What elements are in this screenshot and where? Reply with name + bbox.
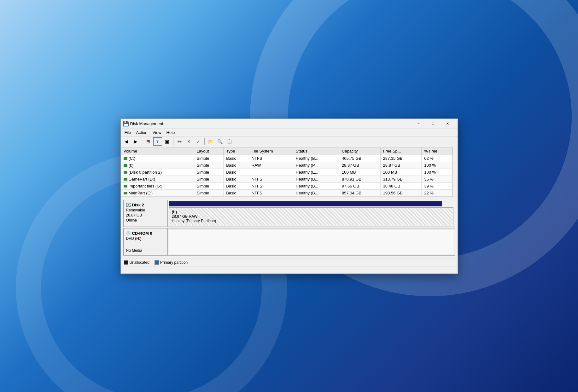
menu-file[interactable]: File xyxy=(122,130,134,135)
table-cell-4: Healthy (B... xyxy=(293,155,339,162)
table-scrollbar[interactable] xyxy=(452,147,458,197)
disk2-partition-name: (I:) xyxy=(172,210,451,214)
menu-view[interactable]: View xyxy=(150,130,164,135)
table-cell-0: Important files (G:) xyxy=(121,182,194,189)
disk2-partition-size: 28.87 GB RAW xyxy=(172,214,451,219)
title-bar: 💾 Disk Management − □ ✕ xyxy=(121,119,458,129)
disk2-size: 28.87 GB xyxy=(126,213,165,217)
disk2-partition-main[interactable]: (I:) 28.87 GB RAW Healthy (Primary Parti… xyxy=(169,207,453,225)
table-cell-5: 28.87 GB xyxy=(339,162,380,169)
window-title: Disk Management xyxy=(130,121,412,126)
volume-table-section: Volume Layout Type File System Status Ca… xyxy=(121,147,458,197)
table-cell-7: 100 % xyxy=(422,162,452,169)
window-controls: − □ ✕ xyxy=(412,118,455,129)
table-cell-2: Basic xyxy=(224,155,249,162)
table-cell-2: Basic xyxy=(224,189,249,196)
app-icon: 💾 xyxy=(123,121,128,126)
table-cell-4: Healthy (B... xyxy=(293,176,339,182)
maximize-button[interactable]: □ xyxy=(426,118,441,129)
help-icon-button[interactable]: ? xyxy=(153,137,162,146)
table-cell-2: Basic xyxy=(224,176,249,182)
table-row[interactable]: (I:)SimpleBasicRAWHealthy (P...28.87 GB2… xyxy=(121,162,452,169)
col-layout: Layout xyxy=(194,147,224,155)
table-cell-0: (Disk 0 partition 2) xyxy=(121,169,194,176)
disk2-label: 💽 Disk 2 Removable 28.87 GB Online xyxy=(124,200,168,227)
cdrom0-partition-area xyxy=(168,228,455,255)
table-cell-4: Healthy (P... xyxy=(293,162,339,169)
volume-list-button[interactable]: ▣ xyxy=(163,137,172,146)
table-row[interactable]: (Disk 0 partition 2)SimpleBasicHealthy (… xyxy=(121,169,452,176)
cdrom0-drive: DVD (H:) xyxy=(126,236,165,241)
main-content: Volume Layout Type File System Status Ca… xyxy=(121,147,458,274)
cdrom0-label: 💿 CD-ROM 0 DVD (H:) No Media xyxy=(124,228,168,255)
table-cell-4: Healthy (E... xyxy=(293,169,339,176)
col-pct-free: % Free xyxy=(422,147,452,155)
table-cell-3: NTFS xyxy=(249,182,293,189)
table-cell-6: 100 MB xyxy=(380,169,422,176)
table-cell-6: 38.48 GB xyxy=(380,182,422,189)
separator-3 xyxy=(204,138,205,145)
table-cell-2: Basic xyxy=(224,162,249,169)
table-row[interactable]: MainPart (E:)SimpleBasicNTFSHealthy (B..… xyxy=(121,189,452,196)
table-row[interactable]: (C:)SimpleBasicNTFSHealthy (B...465.75 G… xyxy=(121,155,452,162)
back-button[interactable]: ◀ xyxy=(122,137,131,146)
cdrom0-row: 💿 CD-ROM 0 DVD (H:) No Media xyxy=(123,228,455,256)
list-button[interactable]: 📋 xyxy=(225,137,234,146)
table-cell-1: Simple xyxy=(194,162,224,169)
table-cell-7: 62 % xyxy=(422,155,452,162)
grid-view-button[interactable]: ⊞ xyxy=(144,137,153,146)
table-cell-5: 465.75 GB xyxy=(339,155,380,162)
table-cell-2: Basic xyxy=(224,169,249,176)
table-cell-5: 878.91 GB xyxy=(339,176,380,182)
toolbar: ◀ ▶ ⊞ ? ▣ 🗝 ✕ ✓ 📁 🔍 📋 xyxy=(121,136,458,147)
table-cell-3: NTFS xyxy=(249,155,293,162)
table-cell-1: Simple xyxy=(194,169,224,176)
disk2-unallocated-bar xyxy=(169,201,442,206)
col-status: Status xyxy=(293,147,339,155)
table-cell-5: 857.04 GB xyxy=(339,189,380,196)
check-button[interactable]: ✓ xyxy=(194,137,203,146)
disk2-name: Disk 2 xyxy=(132,203,144,207)
table-header-row: Volume Layout Type File System Status Ca… xyxy=(121,147,452,155)
status-bar xyxy=(121,267,458,274)
table-row[interactable]: Important files (G:)SimpleBasicNTFSHealt… xyxy=(121,182,452,189)
unalloc-icon xyxy=(124,260,128,265)
menu-bar: File Action View Help xyxy=(121,129,458,136)
table-cell-7: 39 % xyxy=(422,182,452,189)
col-capacity: Capacity xyxy=(339,147,380,155)
disk2-partitions: (I:) 28.87 GB RAW Healthy (Primary Parti… xyxy=(168,200,455,227)
disk2-status: Online xyxy=(126,218,165,222)
col-type: Type xyxy=(224,147,249,155)
table-cell-1: Simple xyxy=(194,155,224,162)
cdrom0-empty xyxy=(169,230,453,254)
close-button[interactable]: ✕ xyxy=(441,118,455,129)
legend: Unallocated Primary partition xyxy=(121,258,458,267)
table-cell-7: 22 % xyxy=(422,189,452,196)
col-volume: Volume xyxy=(121,147,194,155)
menu-help[interactable]: Help xyxy=(164,130,178,135)
minimize-button[interactable]: − xyxy=(412,118,426,129)
table-cell-6: 28.87 GB xyxy=(380,162,422,169)
cdrom0-status: No Media xyxy=(126,248,165,253)
forward-button[interactable]: ▶ xyxy=(131,137,140,146)
disk2-partition-status: Healthy (Primary Partition) xyxy=(172,219,451,223)
folder-button[interactable]: 📁 xyxy=(206,137,215,146)
volume-table: Volume Layout Type File System Status Ca… xyxy=(121,147,452,197)
legend-primary: Primary partition xyxy=(155,260,188,265)
table-cell-3: NTFS xyxy=(249,176,293,182)
table-cell-3 xyxy=(249,169,293,176)
delete-button[interactable]: ✕ xyxy=(184,137,193,146)
disk-management-window: 💾 Disk Management − □ ✕ File Action View… xyxy=(120,118,458,274)
table-cell-0: (C:) xyxy=(121,155,194,162)
table-cell-3: RAW xyxy=(249,162,293,169)
menu-action[interactable]: Action xyxy=(133,130,150,135)
search-button[interactable]: 🔍 xyxy=(216,137,225,146)
primary-icon xyxy=(155,260,159,265)
table-cell-7: 100 % xyxy=(422,169,452,176)
table-cell-1: Simple xyxy=(194,176,224,182)
disk2-row: 💽 Disk 2 Removable 28.87 GB Online (I:) … xyxy=(123,200,455,227)
table-cell-0: MainPart (E:) xyxy=(121,189,194,196)
table-row[interactable]: GamePart (D:)SimpleBasicNTFSHealthy (B..… xyxy=(121,176,452,182)
unalloc-label: Unallocated xyxy=(130,260,149,265)
key-button[interactable]: 🗝 xyxy=(175,137,184,146)
